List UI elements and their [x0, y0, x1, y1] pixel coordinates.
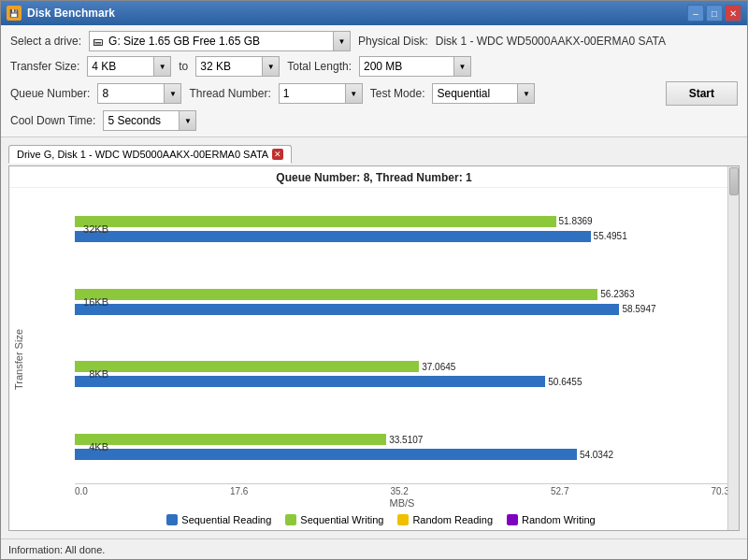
bar-8kb-sequential-reading [75, 376, 545, 387]
queue-number-select[interactable]: 8 ▼ [97, 83, 181, 104]
chart-title: Queue Number: 8, Thread Number: 1 [9, 166, 739, 188]
maximize-button[interactable]: □ [706, 5, 723, 22]
title-bar: 💾 Disk Benchmark – □ ✕ [1, 1, 747, 25]
legend-random-reading: Random Reading [397, 514, 493, 525]
transfer-from-value: 4 KB [88, 60, 153, 73]
transfer-from-select[interactable]: 4 KB ▼ [87, 56, 171, 77]
legend-label-sequential-reading: Sequential Reading [181, 514, 271, 525]
total-length-label: Total Length: [287, 60, 352, 73]
bar-label-16kb: 16KB [73, 296, 108, 308]
toolbar-row-3: Queue Number: 8 ▼ Thread Number: 1 ▼ Tes… [10, 81, 738, 106]
toolbar-row-2: Transfer Size: 4 KB ▼ to 32 KB ▼ Total L… [10, 56, 738, 77]
bar-row-4kb-green: 33.5107 [75, 433, 729, 446]
status-bar: Information: All done. [1, 538, 747, 559]
bar-group-8kb: 8KB 37.0645 50.6455 [75, 360, 729, 388]
toolbar-row-1: Select a drive: 🖴 G: Size 1.65 GB Free 1… [10, 31, 738, 51]
drive-select[interactable]: 🖴 G: Size 1.65 GB Free 1.65 GB ▼ [89, 31, 351, 51]
bar-row-16kb-blue: 58.5947 [75, 303, 729, 316]
bar-row-32kb-green: 51.8369 [75, 215, 729, 228]
thread-number-select[interactable]: 1 ▼ [279, 83, 363, 104]
legend-sequential-writing: Sequential Writing [285, 514, 383, 525]
legend-label-random-writing: Random Writing [522, 514, 596, 525]
to-label: to [179, 60, 188, 73]
bar-value-16kb-green: 56.2363 [600, 289, 634, 299]
chart-main: 32KB 51.8369 55.4951 [28, 188, 739, 530]
bar-group-16kb: 16KB 56.2363 58.5947 [75, 288, 729, 316]
bar-group-32kb: 32KB 51.8369 55.4951 [75, 215, 729, 243]
vertical-scrollbar[interactable] [727, 188, 739, 530]
tab-label: Drive G, Disk 1 - WDC WD5000AAKX-00ERMA0… [17, 149, 268, 160]
close-button[interactable]: ✕ [725, 5, 741, 22]
bar-value-8kb-green: 37.0645 [422, 362, 455, 372]
legend-sequential-reading: Sequential Reading [166, 514, 271, 525]
bar-row-8kb-green: 37.0645 [75, 360, 729, 373]
window-controls: – □ ✕ [687, 5, 741, 22]
scrollbar-thumb[interactable] [729, 188, 739, 195]
queue-number-arrow-icon: ▼ [164, 84, 180, 103]
bar-row-4kb-blue: 54.0342 [75, 448, 729, 461]
cool-down-value: 5 Seconds [104, 114, 179, 127]
drive-tab[interactable]: Drive G, Disk 1 - WDC WD5000AAKX-00ERMA0… [8, 145, 292, 164]
bar-value-16kb-blue: 58.5947 [622, 304, 655, 314]
x-tick-2: 35.2 [390, 486, 408, 496]
legend-color-sequential-writing [285, 514, 296, 525]
thread-number-value: 1 [280, 87, 345, 100]
test-mode-select[interactable]: Sequential ▼ [432, 83, 535, 104]
x-axis-container: 0.0 17.6 35.2 52.7 70.3 MB/S [33, 483, 729, 510]
x-tick-1: 17.6 [230, 486, 248, 496]
minimize-button[interactable]: – [687, 5, 704, 22]
chart-legend: Sequential Reading Sequential Writing Ra… [33, 510, 729, 530]
test-mode-value: Sequential [433, 87, 517, 100]
toolbar-row-4: Cool Down Time: 5 Seconds ▼ [10, 110, 738, 131]
bar-32kb-sequential-writing [75, 216, 556, 227]
bar-row-16kb-green: 56.2363 [75, 288, 729, 301]
app-icon: 💾 [7, 6, 22, 21]
cool-down-arrow-icon: ▼ [179, 111, 195, 130]
thread-number-label: Thread Number: [189, 87, 270, 100]
drive-value: G: Size 1.65 GB Free 1.65 GB [105, 35, 333, 48]
legend-label-random-reading: Random Reading [412, 514, 493, 525]
bar-row-8kb-blue: 50.6455 [75, 375, 729, 388]
queue-number-label: Queue Number: [10, 87, 90, 100]
tab-close-button[interactable]: ✕ [272, 149, 283, 160]
start-button[interactable]: Start [666, 81, 738, 106]
bar-8kb-sequential-writing [75, 361, 419, 372]
physical-disk-label: Physical Disk: [358, 35, 428, 48]
bar-16kb-sequential-writing [75, 289, 597, 300]
physical-disk-value: Disk 1 - WDC WD5000AAKX-00ERMA0 SATA [436, 35, 666, 48]
toolbar: Select a drive: 🖴 G: Size 1.65 GB Free 1… [1, 25, 747, 137]
bar-4kb-sequential-reading [75, 449, 577, 460]
transfer-to-select[interactable]: 32 KB ▼ [195, 56, 280, 77]
transfer-size-label: Transfer Size: [10, 60, 79, 73]
cool-down-select[interactable]: 5 Seconds ▼ [103, 110, 196, 131]
total-length-arrow-icon: ▼ [453, 57, 470, 76]
x-axis: 0.0 17.6 35.2 52.7 70.3 [75, 483, 729, 496]
drive-arrow-icon: ▼ [333, 32, 350, 50]
transfer-from-arrow-icon: ▼ [153, 57, 170, 76]
bar-label-8kb: 8KB [73, 368, 108, 380]
transfer-to-value: 32 KB [196, 60, 262, 73]
main-window: 💾 Disk Benchmark – □ ✕ Select a drive: 🖴… [0, 0, 748, 560]
y-axis-label: Transfer Size [9, 188, 28, 530]
bar-value-4kb-blue: 54.0342 [580, 450, 613, 460]
x-tick-0: 0.0 [75, 486, 88, 496]
legend-label-sequential-writing: Sequential Writing [300, 514, 383, 525]
bar-16kb-sequential-reading [75, 304, 619, 315]
bar-label-4kb: 4KB [73, 441, 108, 452]
legend-random-writing: Random Writing [507, 514, 596, 525]
legend-color-random-writing [507, 514, 518, 525]
cool-down-label: Cool Down Time: [10, 114, 95, 127]
thread-number-arrow-icon: ▼ [345, 84, 362, 103]
total-length-value: 200 MB [360, 60, 453, 73]
tab-bar: Drive G, Disk 1 - WDC WD5000AAKX-00ERMA0… [8, 145, 740, 164]
total-length-select[interactable]: 200 MB ▼ [359, 56, 471, 77]
select-drive-label: Select a drive: [10, 35, 81, 48]
bar-row-32kb-blue: 55.4951 [75, 230, 729, 243]
queue-number-value: 8 [98, 87, 164, 100]
test-mode-arrow-icon: ▼ [517, 84, 534, 103]
x-axis-label: MB/S [75, 496, 729, 510]
transfer-to-arrow-icon: ▼ [262, 57, 279, 76]
legend-color-sequential-reading [166, 514, 178, 525]
x-tick-3: 52.7 [551, 486, 568, 496]
legend-color-random-reading [397, 514, 409, 525]
